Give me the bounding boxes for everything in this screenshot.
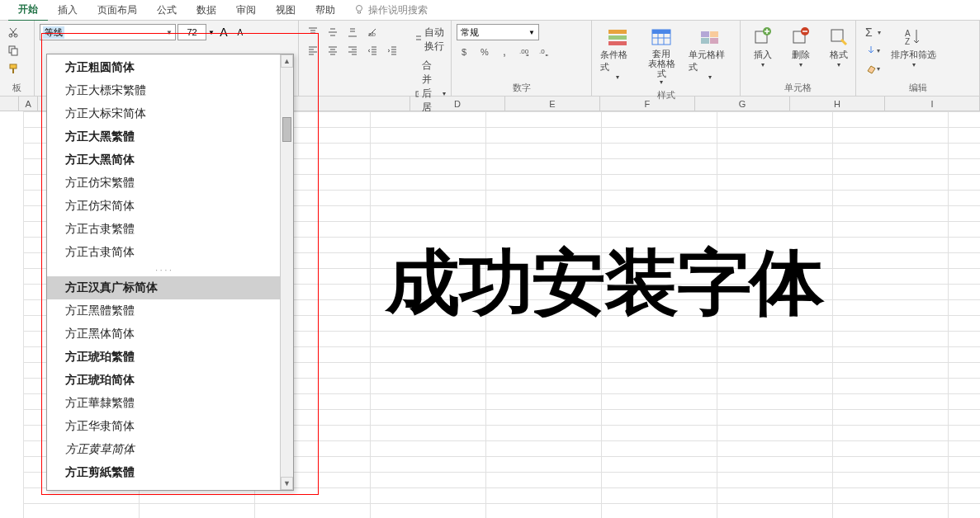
font-list-item[interactable]: 方正黑体简体 (47, 323, 280, 346)
align-top-icon[interactable] (304, 24, 322, 40)
tab-view[interactable]: 视图 (266, 0, 305, 21)
chevron-down-icon[interactable]: ▼ (208, 24, 215, 40)
svg-text:Σ: Σ (865, 26, 873, 38)
delete-cells-button[interactable]: 删除 ▾ (784, 24, 818, 70)
number-format-dropdown[interactable]: 常规 ▼ (457, 24, 539, 40)
indent-increase-icon[interactable] (383, 42, 401, 59)
currency-icon[interactable]: $ (457, 44, 475, 60)
clear-icon[interactable]: ▾ (861, 60, 884, 77)
group-label-cells: 单元格 (746, 80, 850, 96)
insert-icon (751, 26, 774, 49)
tab-review[interactable]: 审阅 (226, 0, 266, 21)
group-number: 常规 ▼ $ % , .00 .0 数字 (452, 21, 592, 96)
format-painter-icon[interactable] (5, 60, 21, 77)
font-list-item[interactable]: 方正琥珀简体 (47, 369, 280, 392)
font-list-item[interactable]: 方正大黑简体 (47, 148, 280, 172)
font-name-dropdown[interactable]: 等线 ▼ (40, 24, 176, 40)
tab-layout[interactable]: 页面布局 (88, 0, 147, 21)
scroll-up-arrow[interactable]: ▲ (281, 54, 293, 68)
group-editing: Σ▾ ▾ ▾ AZ 排序和筛选 ▾ 编辑 (856, 21, 980, 96)
increase-font-icon[interactable]: A (216, 24, 231, 40)
svg-text:.0: .0 (539, 48, 545, 55)
cell-content: 成功安装字体 (386, 235, 822, 332)
ribbon-tabs: 开始 插入 页面布局 公式 数据 审阅 视图 帮助 操作说明搜索 (0, 0, 980, 21)
font-list-item[interactable]: 方正大标宋简体 (47, 102, 280, 125)
svg-rect-15 (608, 35, 627, 40)
scroll-down-arrow[interactable]: ▼ (281, 477, 293, 490)
svg-text:$: $ (462, 47, 466, 57)
table-format-icon (650, 26, 673, 49)
group-alignment: ab 自动换行 合并后居中 ▾ (299, 21, 452, 96)
format-cells-button[interactable]: 格式 ▾ (821, 24, 856, 70)
svg-rect-18 (652, 30, 670, 34)
align-right-icon[interactable] (343, 42, 362, 59)
font-list-item[interactable]: 方正汉真广标简体 (47, 276, 280, 299)
cut-icon[interactable] (5, 24, 21, 40)
sort-filter-icon: AZ (902, 26, 926, 49)
scroll-thumb[interactable] (282, 117, 291, 142)
tab-data[interactable]: 数据 (187, 0, 226, 21)
format-icon (827, 26, 850, 49)
tab-help[interactable]: 帮助 (305, 0, 345, 21)
font-list-item[interactable]: 方正华隶简体 (47, 415, 280, 438)
svg-rect-14 (608, 30, 627, 34)
lightbulb-icon (353, 4, 365, 16)
font-list-item[interactable]: 方正粗圆简体 (47, 56, 280, 79)
font-list-item[interactable]: 方正古隶简体 (47, 241, 280, 264)
column-header[interactable]: H (790, 97, 885, 111)
chevron-down-icon: ▼ (166, 29, 173, 36)
svg-text:.00: .00 (519, 48, 529, 55)
svg-text:Z: Z (905, 37, 910, 46)
font-name-value: 等线 (43, 26, 64, 39)
svg-rect-20 (710, 31, 718, 37)
column-header[interactable]: E (505, 97, 600, 111)
increase-decimal-icon[interactable]: .00 (516, 44, 534, 60)
tab-start[interactable]: 开始 (8, 0, 48, 21)
select-all-corner[interactable] (0, 97, 19, 111)
font-list-item[interactable]: 方正黄草简体 (47, 438, 280, 461)
scroll-track[interactable] (281, 68, 293, 477)
scrollbar[interactable]: ▲ ▼ (280, 54, 293, 490)
cell-style-button[interactable]: 单元格样式 ▾ (685, 24, 735, 82)
align-middle-icon[interactable] (324, 24, 342, 40)
font-list-item[interactable]: 方正仿宋繁體 (47, 172, 280, 195)
conditional-format-button[interactable]: 条件格式 ▾ (597, 24, 638, 82)
font-size-input[interactable]: 72 (178, 24, 206, 40)
decrease-font-icon[interactable]: A (233, 24, 248, 40)
indent-decrease-icon[interactable] (363, 42, 381, 59)
font-list-item[interactable]: 方正剪紙繁體 (47, 461, 280, 484)
svg-rect-5 (10, 64, 17, 68)
font-list-item[interactable]: 方正仿宋简体 (47, 195, 280, 218)
align-left-icon[interactable] (304, 42, 322, 59)
autosum-icon[interactable]: Σ▾ (861, 24, 884, 40)
svg-rect-27 (831, 30, 843, 41)
font-list-popup: 方正粗圆简体方正大標宋繁體方正大标宋简体方正大黑繁體方正大黑简体方正仿宋繁體方正… (46, 54, 294, 491)
font-list-item[interactable]: 方正黑體繁體 (47, 299, 280, 323)
align-bottom-icon[interactable] (343, 24, 362, 40)
comma-icon[interactable]: , (496, 44, 514, 60)
tell-me-search[interactable]: 操作说明搜索 (353, 3, 428, 17)
tab-formulas[interactable]: 公式 (147, 0, 187, 21)
font-list-item[interactable]: 方正大黑繁體 (47, 125, 280, 148)
table-format-button[interactable]: 套用 表格格式 ▾ (641, 24, 683, 87)
group-styles: 条件格式 ▾ 套用 表格格式 ▾ 单元格样式 ▾ 样式 (592, 21, 741, 96)
font-list-item[interactable]: 方正華隸繁體 (47, 392, 280, 415)
group-label-clipboard: 板 (5, 80, 29, 96)
orientation-icon[interactable]: ab (363, 24, 381, 40)
decrease-decimal-icon[interactable]: .0 (536, 44, 554, 60)
font-list-item[interactable]: 方正琥珀繁體 (47, 346, 280, 369)
percent-icon[interactable]: % (476, 44, 495, 60)
align-center-icon[interactable] (324, 42, 342, 59)
font-list[interactable]: 方正粗圆简体方正大標宋繁體方正大标宋简体方正大黑繁體方正大黑简体方正仿宋繁體方正… (47, 54, 280, 490)
copy-icon[interactable] (5, 42, 21, 59)
font-list-item[interactable]: 方正古隶繁體 (47, 218, 280, 241)
tab-insert[interactable]: 插入 (48, 0, 88, 21)
wrap-text-button[interactable]: 自动换行 (410, 24, 451, 55)
fill-icon[interactable]: ▾ (861, 42, 884, 59)
font-list-item[interactable]: 方正大標宋繁體 (47, 79, 280, 102)
insert-cells-button[interactable]: 插入 ▾ (746, 24, 780, 70)
column-header[interactable]: I (885, 97, 980, 111)
column-header[interactable]: A (19, 97, 38, 111)
svg-rect-6 (12, 68, 14, 73)
sort-filter-button[interactable]: AZ 排序和筛选 ▾ (888, 24, 940, 70)
